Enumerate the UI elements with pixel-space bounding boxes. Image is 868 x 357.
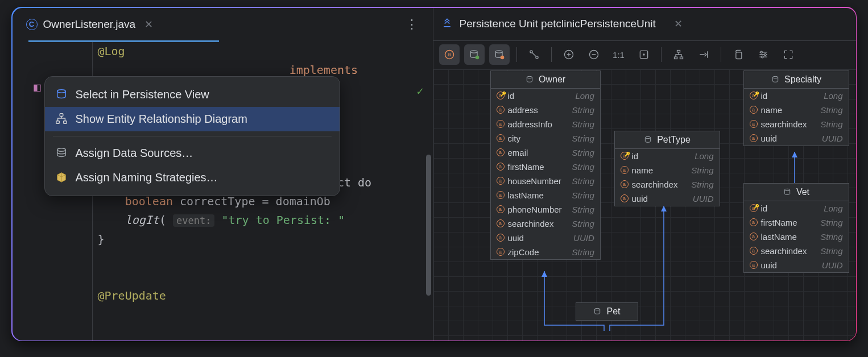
entity-field-row[interactable]: afirstNameString (491, 160, 600, 174)
tab-filename: OwnerListener.java (43, 18, 136, 31)
entity-field-row[interactable]: anameString (744, 103, 849, 117)
svg-point-21 (760, 51, 762, 53)
menu-item-select-persistence[interactable]: Select in Persistence View (45, 82, 340, 107)
entity-field-row[interactable]: a🔑idLong (615, 149, 720, 163)
attr-icon: a (750, 261, 758, 269)
key-attr-icon: a🔑 (497, 92, 505, 99)
menu-item-assign-data-sources[interactable]: Assign Data Sources… (45, 141, 340, 165)
editor-pane: C OwnerListener.java ✕ ⋮ ✓ @Log implemen… (13, 8, 433, 341)
key-attr-icon: a🔑 (621, 152, 629, 160)
entity-field-row[interactable]: auuidUUID (615, 192, 720, 206)
close-icon[interactable]: ✕ (674, 18, 683, 30)
zoom-out-icon[interactable] (584, 44, 604, 65)
gutter-jpa-icon[interactable]: ◧ (33, 82, 42, 93)
svg-point-9 (495, 51, 502, 53)
field-type: String (572, 162, 594, 172)
table-icon (525, 75, 534, 84)
menu-item-show-erd[interactable]: Show Entity Relationship Diagram (45, 107, 340, 131)
layout-icon[interactable] (668, 44, 689, 65)
svg-rect-17 (677, 51, 680, 52)
entity-field-row[interactable]: acityString (491, 131, 600, 146)
entity-fields: a🔑idLonganameStringasearchindexStringauu… (744, 89, 849, 146)
toolbar-separator (516, 47, 517, 62)
entity-title: Specialty (784, 74, 821, 85)
close-icon[interactable]: ✕ (144, 18, 153, 31)
entity-field-row[interactable]: aemailString (491, 146, 600, 160)
entity-field-row[interactable]: asearchindexString (744, 117, 849, 131)
field-name: azipCode (497, 247, 539, 257)
editor-tab-bar: C OwnerListener.java ✕ ⋮ (13, 8, 433, 41)
entity-field-row[interactable]: aphoneNumberString (491, 202, 600, 217)
svg-marker-24 (542, 271, 547, 277)
attr-icon: a (497, 177, 505, 185)
field-name: aname (621, 165, 654, 175)
entity-vet[interactable]: Vet a🔑idLongafirstNameStringalastNameStr… (743, 183, 849, 273)
entity-field-row[interactable]: auuidUUID (744, 258, 849, 272)
entity-field-row[interactable]: a🔑idLong (744, 201, 849, 215)
context-menu: Select in Persistence View Show Entity R… (44, 76, 340, 196)
entity-specialty[interactable]: Specialty a🔑idLonganameStringasearchinde… (743, 70, 849, 146)
entity-owner[interactable]: Owner a🔑idLongaaddressStringaaddressInfo… (490, 70, 601, 260)
attr-icon: a (497, 234, 505, 242)
field-name: acity (497, 134, 521, 143)
route-icon[interactable] (693, 44, 714, 65)
checkmark-icon[interactable]: ✓ (416, 82, 423, 101)
svg-point-31 (595, 308, 600, 310)
field-type: UUID (822, 260, 843, 270)
field-type: String (572, 219, 594, 229)
menu-item-assign-naming[interactable]: Assign Naming Strategies… (45, 165, 340, 190)
field-type: String (572, 148, 594, 157)
entity-field-row[interactable]: aaddressString (491, 103, 600, 117)
menu-label: Assign Data Sources… (76, 147, 193, 160)
more-icon[interactable]: ⋮ (406, 17, 427, 32)
entity-field-row[interactable]: asearchindexString (615, 177, 720, 192)
attr-icon: a (497, 106, 505, 114)
editor-tab[interactable]: C OwnerListener.java ✕ (18, 8, 162, 41)
er-diagram-canvas[interactable]: Owner a🔑idLongaaddressStringaaddressInfo… (433, 69, 856, 341)
entity-field-row[interactable]: auuidUUID (491, 231, 600, 245)
entity-header: Vet (744, 184, 849, 201)
attr-icon: a (750, 134, 758, 142)
tool-annotation-icon[interactable]: a (439, 44, 460, 65)
attr-icon: a (750, 106, 758, 114)
entity-field-row[interactable]: aaddressInfoString (491, 117, 600, 131)
fit-content-icon[interactable] (634, 44, 654, 65)
entity-field-row[interactable]: anameString (615, 163, 720, 177)
entity-field-row[interactable]: ahouseNumberString (491, 174, 600, 188)
svg-point-16 (643, 53, 644, 55)
field-name: alastName (497, 190, 544, 200)
scrollbar-thumb[interactable] (426, 155, 431, 296)
zoom-reset-button[interactable]: 1:1 (609, 44, 629, 65)
persistence-tab[interactable]: Persistence Unit petclinicPersistenceUni… (441, 17, 683, 31)
entity-field-row[interactable]: a🔑idLong (744, 89, 849, 103)
field-name: a🔑id (750, 204, 768, 213)
entity-field-row[interactable]: alastNameString (744, 230, 849, 244)
persistence-tab-title: Persistence Unit petclinicPersistenceUni… (460, 18, 656, 30)
code-keyword: boolean (125, 194, 173, 208)
field-name: aname (750, 105, 783, 115)
zoom-in-icon[interactable] (559, 44, 579, 65)
field-type: String (572, 105, 594, 115)
entity-field-row[interactable]: azipCodeString (491, 245, 600, 259)
persistence-unit-icon (441, 17, 453, 31)
entity-field-row[interactable]: auuidUUID (744, 131, 849, 146)
entity-pettype[interactable]: PetType a🔑idLonganameStringasearchindexS… (614, 131, 720, 206)
entity-pet[interactable]: Pet (576, 302, 638, 321)
svg-point-11 (530, 51, 532, 53)
copy-icon[interactable] (728, 44, 749, 65)
settings-icon[interactable] (753, 44, 774, 65)
tool-db1-icon[interactable] (464, 44, 485, 65)
entity-field-row[interactable]: alastNameString (491, 188, 600, 202)
field-name: a🔑id (497, 91, 515, 101)
entity-field-row[interactable]: asearchindexString (491, 217, 600, 231)
entity-field-row[interactable]: a🔑idLong (491, 89, 600, 103)
field-type: String (820, 218, 842, 227)
tool-route-icon[interactable] (524, 44, 544, 65)
tool-db2-icon[interactable] (489, 44, 510, 65)
entity-title: Owner (539, 74, 565, 85)
attr-icon: a (497, 191, 505, 199)
code-brace: } (98, 233, 105, 246)
expand-icon[interactable] (778, 44, 799, 65)
entity-field-row[interactable]: afirstNameString (744, 215, 849, 230)
entity-field-row[interactable]: asearchindexString (744, 244, 849, 258)
